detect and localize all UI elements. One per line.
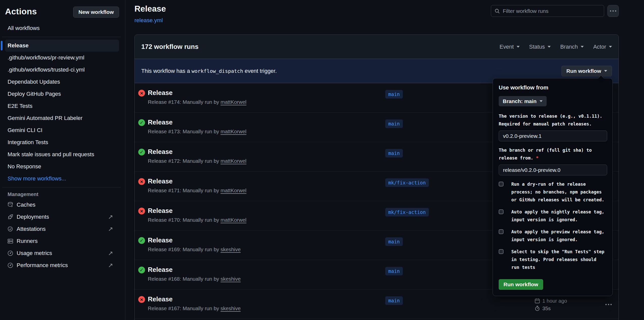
run-title-link[interactable]: Release [148,89,173,97]
run-description-text: Release #174: Manually run by [148,99,220,105]
sidebar-item-performance-metrics[interactable]: Performance metrics↗ [0,259,125,271]
branch-badge[interactable]: mk/fix-action [385,208,429,216]
sidebar-item-usage-metrics[interactable]: Usage metrics↗ [0,247,125,259]
sidebar-item-workflow[interactable]: Release [5,40,119,52]
sidebar-item-label: Caches [17,202,36,208]
filter-actor[interactable]: Actor [593,44,612,50]
checkbox[interactable] [499,209,503,214]
new-workflow-button[interactable]: New workflow [73,7,119,18]
x-circle-icon: × [138,90,145,97]
run-description: Release #173: Manually run by mattKorwel [148,129,246,135]
sidebar-item-label: Attestations [17,226,46,232]
sidebar-divider [2,187,121,187]
workflow-checkbox-row: Auto apply the nightly release tag, inpu… [499,208,607,224]
actions-sidebar: Actions New workflow All workflows Relea… [0,0,125,320]
management-list: CachesDeployments↗Attestations↗RunnersUs… [0,199,125,271]
branch-badge[interactable]: main [385,237,403,246]
caret-down-icon [517,46,520,48]
run-description: Release #174: Manually run by mattKorwel [148,99,246,105]
run-actor-link[interactable]: skeshive [220,305,241,311]
sidebar-item-workflow[interactable]: Mark stale issues and pull requests [5,148,119,161]
branch-badge[interactable]: mk/fix-action [385,178,429,187]
workflow-input-field[interactable] [499,165,607,175]
meter-icon [7,262,14,269]
workflow-input-fields: The version to release (e.g., v0.1.11). … [499,112,607,180]
branch-selector-button[interactable]: Branch: main [499,96,547,106]
workflow-file-link[interactable]: release.yml [134,17,163,24]
checkbox[interactable] [499,249,503,254]
sidebar-item-attestations[interactable]: Attestations↗ [0,223,125,235]
runs-filters: EventStatusBranchActor [499,44,612,50]
ellipsis-icon [610,304,612,305]
run-options-kebab-button[interactable] [601,301,615,308]
sidebar-item-workflow[interactable]: E2E Tests [5,100,119,112]
run-workflow-dropdown-button[interactable]: Run workflow [562,66,612,76]
sidebar-item-label: No Response [8,163,41,170]
run-actor-link[interactable]: mattKorwel [220,99,246,105]
filter-label: Actor [593,44,606,50]
ellipsis-icon [610,10,611,12]
check-circle-icon: ✓ [138,237,145,244]
filter-workflow-runs-input[interactable] [503,8,600,14]
run-title-link[interactable]: Release [148,118,173,126]
run-actor-link[interactable]: skeshive [220,246,241,252]
run-title-link[interactable]: Release [148,295,173,303]
run-title-link[interactable]: Release [148,177,173,185]
checkbox-label: Run a dry-run of the release process; no… [511,180,607,204]
sidebar-item-workflow[interactable]: No Response [5,161,119,173]
branch-badge[interactable]: main [385,90,403,99]
run-workflow-submit-button[interactable]: Run workflow [499,279,543,290]
branch-badge[interactable]: main [385,149,403,157]
run-description: Release #169: Manually run by skeshive [148,246,241,252]
sidebar-item-deployments[interactable]: Deployments↗ [0,211,125,223]
sidebar-item-label: Gemini Automated PR Labeler [8,115,82,121]
sidebar-item-workflow[interactable]: Gemini CLI CI [5,124,119,136]
checkbox-label: Auto apply the nightly release tag, inpu… [511,208,607,224]
sidebar-item-caches[interactable]: Caches [0,199,125,211]
show-more-workflows-link[interactable]: Show more workflows... [5,173,119,185]
run-description-text: Release #173: Manually run by [148,129,220,134]
branch-badge[interactable]: main [385,296,403,305]
sidebar-item-runners[interactable]: Runners [0,235,125,247]
sidebar-item-all-workflows[interactable]: All workflows [5,22,119,34]
sidebar-divider [2,37,121,37]
external-link-icon: ↗ [108,250,113,256]
run-actor-link[interactable]: mattKorwel [220,217,246,223]
sidebar-item-workflow[interactable]: .github/workflows/pr-review.yml [5,52,119,64]
sidebar-item-label: Deployments [17,214,49,220]
stopwatch-icon [535,306,540,311]
sidebar-item-workflow[interactable]: Gemini Automated PR Labeler [5,112,119,124]
sidebar-item-label: Runners [17,238,38,244]
workflow-input-field[interactable] [499,131,607,141]
run-title-link[interactable]: Release [148,266,173,274]
branch-badge[interactable]: main [385,267,403,275]
sidebar-item-workflow[interactable]: .github/workflows/trusted-ci.yml [5,64,119,76]
filter-status[interactable]: Status [529,44,551,50]
sidebar-item-workflow[interactable]: Integration Tests [5,136,119,148]
run-description-text: Release #169: Manually run by [148,246,220,252]
workflow-checkbox-row: Select to skip the "Run Tests" step in t… [499,248,607,271]
banner-text-suffix: event trigger. [245,68,277,74]
sidebar-item-workflow[interactable]: Deploy GitHub Pages [5,88,119,100]
filter-event[interactable]: Event [499,44,519,50]
sidebar-item-label: Gemini CLI CI [8,127,42,134]
sidebar-item-label: Dependabot Updates [8,79,60,85]
sidebar-item-workflow[interactable]: Dependabot Updates [5,76,119,88]
filter-branch[interactable]: Branch [560,44,584,50]
run-title-link[interactable]: Release [148,236,173,244]
filter-runs-searchbox[interactable] [491,5,604,17]
checkbox[interactable] [499,182,503,186]
run-actor-link[interactable]: skeshive [220,276,241,282]
required-marker: * [536,155,539,161]
run-actor-link[interactable]: mattKorwel [220,187,246,193]
run-title-link[interactable]: Release [148,207,173,215]
run-actor-link[interactable]: mattKorwel [220,158,246,164]
checkbox[interactable] [499,229,503,234]
run-actor-link[interactable]: mattKorwel [220,129,246,134]
workflow-options-kebab-button[interactable] [607,5,619,17]
run-description: Release #167: Manually run by skeshive [148,305,241,311]
run-title-link[interactable]: Release [148,148,173,156]
branch-badge[interactable]: main [385,119,403,128]
sidebar-item-label: Deploy GitHub Pages [8,91,61,97]
run-time-label: 1 hour ago [542,298,567,304]
